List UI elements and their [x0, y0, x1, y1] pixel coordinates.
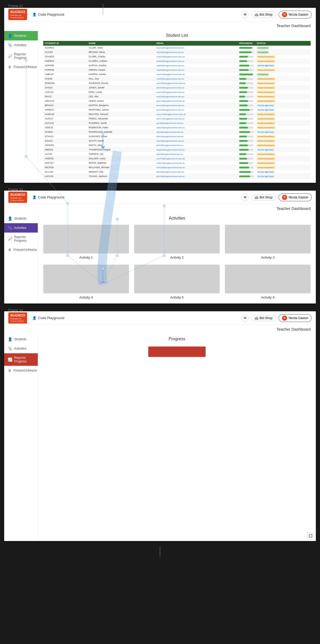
sidebar-item-freeze-12[interactable]: ⏸ Freeze/Unfreeze [4, 62, 38, 72]
activities-icon-14: 📎 [8, 347, 12, 351]
code-playground-link-14[interactable]: 👤 Code Playground [32, 316, 64, 320]
logo-text: BUGBOX [10, 10, 25, 14]
table-row[interactable]: ABIG24 THOMPSON, Abigail abig24@bugboxsc… [43, 148, 311, 152]
dashboard-body-14: 👤 Students 📎 Activities 📈 Reports/ Progr… [4, 332, 316, 541]
navbar: BUGBOX Robotics for Curious Minds 👤 Code… [4, 8, 316, 21]
cell-name: WALKER, Avery [87, 156, 155, 161]
cell-progress [238, 152, 255, 156]
table-row[interactable]: LILY25 TORRES, Lily lily25@bugboxschool.… [43, 152, 311, 156]
sidebar-item-activities-12[interactable]: 📎 Activities [4, 40, 38, 50]
table-row[interactable]: MATT27 WHITE, Matthew matt27@bugboxschoo… [43, 161, 311, 165]
table-row[interactable]: DAN10 JONES, Daniel dan10@bugboxschool.e… [43, 86, 311, 90]
activity-card[interactable]: Activity 4 [43, 265, 129, 299]
table-row[interactable]: AVER26 WALKER, Avery aver26@bugboxschool… [43, 156, 311, 161]
col-email: EMAIL [155, 41, 238, 46]
cell-status: On the right track [255, 148, 311, 152]
sidebar-item-reports-13[interactable]: 📈 Reports/ Progress [4, 233, 38, 245]
user-menu-button-13[interactable]: N Nicola Gaston [279, 193, 312, 201]
freeze-icon-12: ⏸ [8, 65, 11, 69]
activity-label: Activity 4 [79, 295, 93, 299]
table-row[interactable]: OLIV02 BROWN, Olivia oliv02@bugboxschool… [43, 50, 311, 54]
table-row[interactable]: JAME15 MARTINEZ, James jme15@bugboxschoo… [43, 108, 311, 112]
cell-status: Needs Assistance [255, 77, 311, 81]
cell-status: Needs Assistance [255, 165, 311, 170]
sidebar-freeze-label-12: Freeze/Unfreeze [14, 65, 37, 69]
table-row[interactable]: SAMU16 NGUYEN, Samuel samu16@bugboxschoo… [43, 112, 311, 117]
cell-progress [238, 54, 255, 59]
table-row[interactable]: ETHA21 SANCHEZ, Ethan eth21@bugboxschool… [43, 134, 311, 139]
email-icon-btn-13[interactable]: ✉ [241, 194, 249, 201]
activity-card[interactable]: Activity 3 [225, 225, 311, 259]
cell-progress [238, 86, 255, 90]
cell-progress [238, 134, 255, 139]
table-row[interactable]: AMEL07 HARRIS, Amelia ame07@bugboxschool… [43, 72, 311, 77]
activity-card[interactable]: Activity 2 [134, 225, 220, 259]
frame-label-12: Frame 12 [4, 2, 27, 10]
table-row[interactable]: ALEX17 PEREZ, Alexander alex17@bugboxsch… [43, 117, 311, 121]
sidebar-item-reports-14[interactable]: 📈 Reports/ Progress [4, 353, 38, 366]
table-row[interactable]: EMMA09 JOHNSON, Emma emm09@bugboxschool.… [43, 81, 311, 86]
col-name: NAME [87, 41, 155, 46]
sidebar-item-students[interactable]: 👤 Students [4, 31, 38, 40]
progress-title: Progress [43, 337, 311, 341]
cell-email: luca11@bugboxschool.edu.au [155, 90, 238, 94]
code-icon-14: 👤 [32, 316, 36, 320]
table-row[interactable]: MIA12 LEE, Mia mia12@bugboxschool.edu.au… [43, 94, 311, 99]
sidebar-item-activities-13[interactable]: 📎 Activities [4, 223, 38, 233]
table-row[interactable]: ZOE08 HILL, Zoe zoe08@bugboxschool.edu.a… [43, 77, 311, 81]
sidebar-item-students-13[interactable]: 👤 Students [4, 214, 38, 223]
user-initial: N [284, 13, 285, 16]
email-icon-btn[interactable]: ✉ [241, 11, 249, 18]
cell-email: mich28@bugboxschool.edu.au [155, 165, 238, 170]
code-playground-link-13[interactable]: 👤 Code Playground [32, 195, 64, 199]
cell-id: JACO18 [43, 121, 87, 125]
table-row[interactable]: GRAC13 LEWIS, Grace grac13@bugboxschool.… [43, 99, 311, 103]
sidebar-item-activities-14[interactable]: 📎 Activities [4, 344, 38, 353]
table-row[interactable]: LUCA11 KING, Lucas luca11@bugboxschool.e… [43, 90, 311, 94]
table-row[interactable]: CHAR03 CLARK, Charlie char03@bugboxschoo… [43, 54, 311, 59]
user-menu-button[interactable]: N Nicola Gaston [279, 11, 312, 19]
sidebar-item-students-14[interactable]: 👤 Students [4, 335, 38, 344]
cell-status: Needs Assistance [255, 143, 311, 148]
table-row[interactable]: ISAB20 RODRIGUEZ, Isabella isa20@bugboxs… [43, 130, 311, 134]
sidebar-item-freeze-14[interactable]: ⏸ Freeze/Unfreeze [4, 366, 38, 375]
table-row[interactable]: ELLA29 WRIGHT, Ella ella29@bugboxschool.… [43, 170, 311, 174]
cell-name: JONES, Daniel [87, 86, 155, 90]
table-row[interactable]: JOHN23 SMITH, John joh23@bugboxschool.ed… [43, 143, 311, 148]
dashboard-title-13: Teacher Dashboard [4, 204, 316, 212]
email-icon-btn-14[interactable]: ✉ [241, 314, 249, 322]
table-row[interactable]: MICH28 WILLIAMS, Michael mich28@bugboxsc… [43, 165, 311, 170]
activity-card[interactable]: Activity 1 [43, 225, 129, 259]
cell-name: WILLIAMS, Michael [87, 165, 155, 170]
bot-icon: 🤖 [255, 13, 259, 16]
bot-shop-button[interactable]: 🤖 Bot Shop [251, 11, 276, 18]
progress-bar-red [148, 347, 206, 357]
code-playground-link[interactable]: 👤 Code Playground [32, 13, 64, 16]
table-row[interactable]: SCAR01 ALLEN, Sean sea01@bugboxschool.ed… [43, 46, 311, 50]
table-row[interactable]: AIDE19 ROBINSON, Aiden aide19@bugboxscho… [43, 125, 311, 130]
cell-status: On the right track [255, 103, 311, 108]
activity-card[interactable]: Activity 5 [134, 265, 220, 299]
sidebar-13: 👤 Students 📎 Activities 📈 Reports/ Progr… [4, 212, 38, 303]
activity-card[interactable]: Activity 6 [225, 265, 311, 299]
sidebar-item-freeze-13[interactable]: ⏸ Freeze/Unfreeze [4, 245, 38, 254]
cell-progress [238, 143, 255, 148]
table-row[interactable]: HARP06 GREEN, Harper hap06@bugboxschool.… [43, 68, 311, 72]
cell-id: LUCA11 [43, 90, 87, 94]
bot-shop-button-13[interactable]: 🤖 Bot Shop [251, 194, 276, 201]
user-menu-button-14[interactable]: N Nicola Gaston [279, 314, 312, 322]
main-content-13: Activities Activity 1 Activity 2 Activit… [38, 212, 316, 303]
table-row[interactable]: SOPH05 GARCIA, Sophia sop05@bugboxschool… [43, 63, 311, 68]
cell-name: TORRES, Lily [87, 152, 155, 156]
sidebar-item-reports-12[interactable]: 📈 Reports/ Progress [4, 50, 38, 62]
frame-tool-icon[interactable] [307, 532, 314, 539]
table-row[interactable]: JACK30 YOUNG, Jackson jack30@bugboxschoo… [43, 174, 311, 179]
cell-name: SMITH, John [87, 143, 155, 148]
cell-progress [238, 63, 255, 68]
cell-progress [238, 90, 255, 94]
table-row[interactable]: BENJ14 MARTIN, Benjamin ben14@bugboxscho… [43, 103, 311, 108]
bot-shop-button-14[interactable]: 🤖 Bot Shop [251, 315, 276, 321]
table-row[interactable]: JACO18 RAMIREZ, Jacob jac18@bugboxschool… [43, 121, 311, 125]
table-row[interactable]: ANDR04 FLORES, Andrew and04@bugboxschool… [43, 59, 311, 63]
table-row[interactable]: DAVI22 SCOTT, David dav22@bugboxschool.e… [43, 139, 311, 143]
